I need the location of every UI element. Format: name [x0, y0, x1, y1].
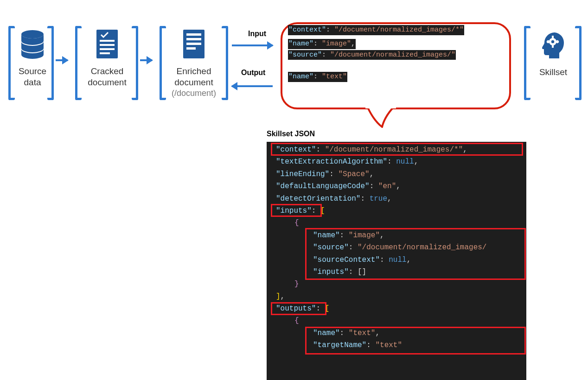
svg-rect-8: [186, 38, 201, 40]
json-line-brace-open-1: {: [267, 217, 526, 229]
source-label-1: Source: [19, 66, 46, 77]
json-line-detectorient: "detectOrientation": true,: [267, 193, 526, 205]
output-label: Output: [241, 69, 265, 77]
json-line-textextraction: "textExtractionAlgorithm": null,: [267, 156, 526, 168]
json-line-inputs: "inputs": [: [267, 205, 526, 217]
bubble-name-text-line: "name": "text": [288, 72, 347, 82]
svg-rect-2: [100, 40, 115, 42]
bracket-enriched-right: [222, 26, 228, 100]
svg-rect-3: [100, 44, 115, 46]
skillset-label: Skillset: [539, 67, 567, 78]
json-line-inp-name: "name": "image",: [267, 229, 526, 241]
svg-rect-4: [100, 48, 115, 50]
arrow-output: [232, 85, 273, 87]
json-line-inp-srcctx: "sourceContext": null,: [267, 254, 526, 266]
svg-rect-9: [186, 43, 201, 45]
svg-rect-5: [100, 52, 110, 54]
bracket-cracked-left: [75, 26, 82, 100]
json-line-out-target: "targetName": "text": [267, 339, 526, 351]
cracked-label-2: document: [88, 77, 126, 88]
stage-skillset: Skillset: [532, 31, 574, 78]
stage-enriched: Enriched document (/document): [162, 29, 225, 98]
json-line-defaultlang: "defaultLanguageCode": "en",: [267, 180, 526, 192]
bubble-name-image-line: "name": "image",: [288, 39, 356, 49]
svg-rect-10: [186, 47, 196, 50]
svg-point-0: [21, 30, 44, 38]
speech-bubble-tail: [364, 106, 397, 128]
svg-point-13: [551, 40, 554, 43]
bracket-source-left: [8, 26, 15, 100]
enriched-label-1: Enriched: [177, 66, 211, 77]
bracket-skillset-right: [575, 26, 582, 100]
head-gear-icon: [539, 31, 568, 59]
speech-bubble: "context": "/document/normalized_images/…: [281, 22, 511, 109]
json-line-lineending: "lineEnding": "Space",: [267, 168, 526, 180]
json-block: "context": "/document/normalized_images/…: [267, 142, 526, 380]
input-label: Input: [248, 30, 266, 38]
source-label-2: data: [24, 77, 41, 88]
json-title: Skillset JSON: [267, 130, 315, 138]
cracked-label-1: Cracked: [91, 66, 124, 77]
json-line-brace-close-1: }: [267, 278, 526, 290]
bubble-source-line: "source": "/document/normalized_images/": [288, 50, 456, 60]
json-line-context: "context": "/document/normalized_images/…: [267, 144, 526, 156]
stage-cracked: Cracked document: [82, 29, 133, 88]
arrow-input: [232, 44, 273, 46]
arrow-1: [56, 59, 68, 61]
document-check-icon: [95, 29, 120, 59]
stage-source: Source data: [15, 30, 50, 88]
enriched-sublabel: (/document): [172, 88, 216, 99]
json-line-inp-inputs: "inputs": []: [267, 266, 526, 278]
svg-rect-15: [552, 45, 554, 48]
svg-rect-11: [365, 106, 396, 108]
json-line-inp-source: "source": "/document/normalized_images/: [267, 241, 526, 253]
bracket-cracked-right: [132, 26, 138, 100]
bracket-source-right: [47, 26, 54, 100]
svg-rect-7: [186, 33, 201, 36]
database-icon: [19, 30, 45, 59]
json-line-bracket-close: ],: [267, 291, 526, 303]
bubble-context-line: "context": "/document/normalized_images/…: [288, 25, 464, 35]
arrow-2: [140, 59, 152, 61]
json-line-brace-open-2: {: [267, 315, 526, 327]
bracket-skillset-left: [524, 26, 530, 100]
svg-rect-14: [552, 36, 554, 38]
document-lines-icon: [181, 29, 206, 59]
json-line-out-name: "name": "text",: [267, 327, 526, 339]
json-line-outputs: "outputs": [: [267, 303, 526, 315]
enriched-label-2: document: [174, 77, 213, 88]
